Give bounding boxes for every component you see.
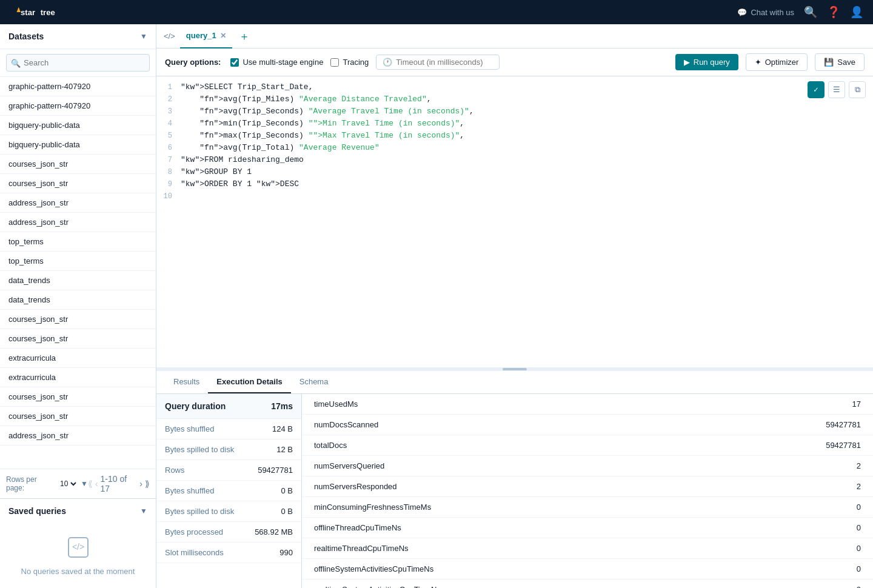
search-input[interactable]	[6, 54, 150, 72]
exec-row-value: 124 B	[272, 424, 293, 433]
tab-add-button[interactable]: ＋	[237, 29, 252, 44]
rows-per-page-chevron-icon: ▼	[81, 479, 88, 488]
line-code[interactable]: "kw">GROUP BY 1	[181, 166, 252, 178]
timeout-icon: 🕐	[383, 58, 392, 67]
format-action-button[interactable]: ☰	[828, 81, 845, 98]
dataset-item[interactable]: top_terms	[0, 252, 156, 271]
dataset-item[interactable]: top_terms	[0, 232, 156, 252]
prev-page-icon[interactable]: ‹	[95, 479, 98, 489]
tracing-checkbox-item[interactable]: Tracing	[330, 58, 369, 67]
line-code[interactable]: "kw">FROM ridesharing_demo	[181, 154, 304, 166]
dataset-item[interactable]: data_trends	[0, 271, 156, 290]
line-code[interactable]: "kw">ORDER BY 1 "kw">DESC	[181, 178, 299, 190]
svg-text:star: star	[21, 8, 35, 17]
tab-query-1-label: query_1	[186, 31, 216, 40]
save-label: Save	[837, 58, 855, 67]
optimizer-button[interactable]: ✦ Optimizer	[746, 53, 808, 71]
timeout-input[interactable]	[396, 58, 493, 67]
tab-close-icon[interactable]: ✕	[220, 32, 226, 40]
code-line: 8"kw">GROUP BY 1	[156, 166, 873, 178]
line-code[interactable]: "kw">SELECT Trip_Start_Date,	[181, 81, 313, 93]
exec-left-row: Bytes processed568.92 MB	[156, 522, 301, 543]
svg-marker-2	[16, 7, 21, 12]
dataset-item[interactable]: address_json_str	[0, 213, 156, 232]
exec-header: Query duration 17ms	[156, 394, 301, 419]
saved-queries-title: Saved queries	[8, 506, 66, 516]
pagination: Rows per page: 10 20 50 ▼ ⟪ ‹ 1-10 of 17…	[0, 469, 156, 498]
line-code[interactable]: "fn">avg(Trip_Total) "Average Revenue"	[181, 142, 380, 154]
exec-row-value: 0 B	[281, 507, 293, 516]
rows-per-page-select[interactable]: 10 20 50	[58, 479, 78, 489]
copy-action-button[interactable]: ⧉	[849, 81, 866, 98]
line-code[interactable]: "fn">max(Trip_Seconds) "">Max Travel Tim…	[181, 130, 464, 142]
dataset-item[interactable]: courses_json_str	[0, 387, 156, 407]
multi-stage-checkbox[interactable]	[230, 58, 239, 67]
dataset-item[interactable]: extracurricula	[0, 368, 156, 387]
run-query-button[interactable]: ▶ Run query	[675, 54, 738, 70]
exec-right-row: offlineThreadCpuTimeNs0	[302, 518, 873, 538]
line-number: 7	[156, 154, 181, 166]
line-number: 5	[156, 130, 181, 142]
code-line: 1"kw">SELECT Trip_Start_Date,	[156, 81, 873, 93]
saved-queries-chevron-icon[interactable]: ▼	[140, 507, 147, 515]
save-button[interactable]: 💾 Save	[815, 53, 865, 71]
search-nav-icon[interactable]: 🔍	[804, 5, 817, 19]
dataset-item[interactable]: courses_json_str	[0, 407, 156, 426]
exec-right-key: totalDocs	[314, 441, 812, 450]
dataset-item[interactable]: courses_json_str	[0, 174, 156, 193]
chat-icon: 💬	[737, 8, 747, 17]
editor-actions: ✓ ☰ ⧉	[808, 81, 866, 98]
next-page-icon[interactable]: ›	[139, 479, 142, 489]
datasets-chevron-icon[interactable]: ▼	[140, 32, 147, 41]
last-page-icon[interactable]: ⟫	[145, 479, 150, 489]
account-icon[interactable]: 👤	[850, 5, 863, 19]
dataset-item[interactable]: address_json_str	[0, 426, 156, 446]
line-code[interactable]: "fn">avg(Trip_Seconds) "Average Travel T…	[181, 105, 474, 118]
dataset-item[interactable]: graphic-pattern-407920	[0, 77, 156, 96]
line-code[interactable]: "fn">min(Trip_Seconds) "">Min Travel Tim…	[181, 118, 464, 130]
logo: star tree	[10, 5, 64, 19]
run-query-icon: ▶	[684, 58, 690, 67]
dataset-item[interactable]: courses_json_str	[0, 310, 156, 329]
svg-text:tree: tree	[41, 8, 55, 17]
check-action-button[interactable]: ✓	[808, 81, 824, 98]
tab-query-1[interactable]: query_1 ✕	[180, 24, 232, 48]
dataset-item[interactable]: bigquery-public-data	[0, 116, 156, 135]
result-tab-schema[interactable]: Schema	[291, 370, 337, 393]
dataset-item[interactable]: bigquery-public-data	[0, 135, 156, 155]
editor-lines: 1"kw">SELECT Trip_Start_Date,2 "fn">avg(…	[156, 81, 873, 202]
exec-row-value: 12 B	[276, 445, 293, 454]
dataset-item[interactable]: address_json_str	[0, 193, 156, 213]
query-options-label: Query options:	[165, 58, 221, 67]
help-icon[interactable]: ❓	[827, 5, 840, 19]
dataset-item[interactable]: graphic-pattern-407920	[0, 96, 156, 116]
result-tab-execution-details[interactable]: Execution Details	[208, 370, 290, 393]
line-number: 9	[156, 178, 181, 190]
editor-wrap: ✓ ☰ ⧉ 1"kw">SELECT Trip_Start_Date,2 "fn…	[156, 76, 873, 367]
first-page-icon[interactable]: ⟪	[88, 479, 93, 489]
chat-link[interactable]: 💬 Chat with us	[737, 8, 794, 17]
dataset-item[interactable]: data_trends	[0, 290, 156, 310]
exec-row-value: 990	[279, 548, 293, 557]
exec-right-val: 59427781	[812, 441, 861, 450]
exec-right-key: numDocsScanned	[314, 420, 812, 429]
pagination-controls: ⟪ ‹ 1-10 of 17 › ⟫	[88, 474, 150, 493]
dataset-item[interactable]: courses_json_str	[0, 155, 156, 174]
exec-left-row: Bytes spilled to disk0 B	[156, 501, 301, 522]
tracing-checkbox[interactable]	[330, 58, 339, 67]
search-box-container: 🔍	[0, 49, 156, 77]
line-number: 3	[156, 105, 181, 118]
exec-row-label: Bytes spilled to disk	[165, 507, 234, 516]
multi-stage-checkbox-item[interactable]: Use multi-stage engine	[230, 58, 323, 67]
result-tab-results[interactable]: Results	[165, 370, 208, 393]
dataset-list: graphic-pattern-407920graphic-pattern-40…	[0, 77, 156, 469]
dataset-item[interactable]: extracurricula	[0, 349, 156, 368]
exec-right-row: totalDocs59427781	[302, 435, 873, 456]
code-line: 10	[156, 190, 873, 202]
exec-right-val: 0	[812, 564, 861, 573]
exec-right-row: numServersQueried2	[302, 456, 873, 476]
exec-row-label: Bytes shuffled	[165, 424, 214, 433]
dataset-item[interactable]: courses_json_str	[0, 329, 156, 349]
line-code[interactable]: "fn">avg(Trip_Miles) "Average Distance T…	[181, 93, 432, 105]
line-number: 6	[156, 142, 181, 154]
